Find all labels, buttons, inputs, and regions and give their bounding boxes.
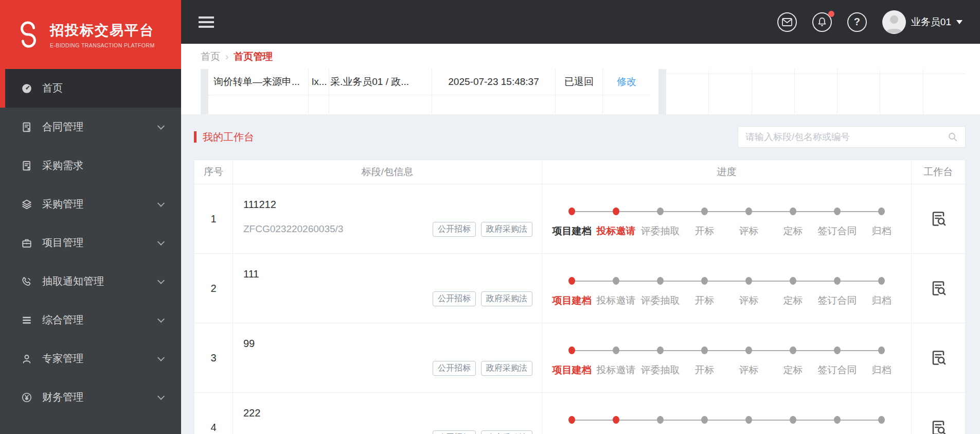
package-tags: 公开招标政府采购法 <box>433 361 532 376</box>
progress-step-label: 评委抽取 <box>638 363 683 377</box>
worktable: 序号 标段/包信息 进度 工作台 1 111212 ZFCG0232202600… <box>194 160 966 434</box>
row-number: 1 <box>194 184 233 253</box>
package-title: 111 <box>243 268 532 280</box>
chevron-down-icon <box>157 199 165 206</box>
package-tag: 公开招标 <box>433 361 476 376</box>
brand-logo[interactable]: 招投标交易平台 E-BIDDING TRANSACTION PLATFORM <box>0 0 181 69</box>
breadcrumb-separator: › <box>225 51 228 62</box>
package-tags: 公开招标政府采购法 <box>433 222 532 237</box>
progress-step-label: 投标邀请 <box>594 363 638 377</box>
progress-step-label: 项目建档 <box>550 224 594 238</box>
progress-step-label: 归档 <box>860 363 904 377</box>
menu-toggle-icon[interactable] <box>199 16 214 28</box>
progress-step-label: 归档 <box>860 224 904 238</box>
sidebar-item-notice[interactable]: 抽取通知管理 <box>0 262 181 301</box>
sidebar-item-demand[interactable]: 采购需求 <box>0 146 181 185</box>
package-code: ZFCG023220260035/3 <box>243 223 343 235</box>
sidebar-item-label: 综合管理 <box>42 313 83 327</box>
progress-dot <box>568 346 575 354</box>
worktable-header: 序号 标段/包信息 进度 工作台 <box>194 160 965 184</box>
table-row: 2 111 公开招标政府采购法 项目建档投标邀请评委抽取开标评标定标签订合同归档 <box>194 254 965 323</box>
pending-edit-link[interactable]: 修改 <box>603 69 650 95</box>
progress-dot <box>745 416 752 424</box>
progress-dot <box>701 207 708 215</box>
sidebar: 招投标交易平台 E-BIDDING TRANSACTION PLATFORM 首… <box>0 0 181 434</box>
column-header-progress: 进度 <box>542 160 912 184</box>
section-title: 我的工作台 <box>203 130 254 144</box>
progress-dot <box>834 277 841 285</box>
sidebar-item-home[interactable]: 首页 <box>0 69 181 108</box>
user-menu[interactable]: 业务员01 <box>882 10 963 34</box>
topbar: ? 业务员01 <box>181 0 980 44</box>
progress-step-label: 定标 <box>771 224 815 238</box>
main-column: ? 业务员01 首页 › <box>181 0 980 434</box>
breadcrumb: 首页 › 首页管理 <box>194 44 980 69</box>
search-icon[interactable] <box>948 132 958 142</box>
progress-dot <box>878 277 885 285</box>
sidebar-item-project[interactable]: 项目管理 <box>0 223 181 262</box>
progress-steps: 项目建档投标邀请评委抽取开标评标定标签订合同归档 <box>550 277 904 307</box>
app-root: 招投标交易平台 E-BIDDING TRANSACTION PLATFORM 首… <box>0 0 980 434</box>
package-tag: 公开招标 <box>433 222 476 237</box>
workbench-doc-search-icon <box>929 349 948 367</box>
workbench-button[interactable] <box>912 393 965 434</box>
finance-icon <box>21 391 33 404</box>
progress-steps: 项目建档投标邀请评委抽取开标评标定标签订合同归档 <box>550 346 904 377</box>
workbench-button[interactable] <box>912 254 965 323</box>
help-icon[interactable]: ? <box>847 12 867 32</box>
progress-step-label: 签订合同 <box>815 224 860 238</box>
progress-step-label: 归档 <box>860 294 904 307</box>
search-input[interactable] <box>745 132 948 143</box>
column-header-info: 标段/包信息 <box>233 160 542 184</box>
column-header-workbench: 工作台 <box>912 160 965 184</box>
row-number: 3 <box>194 323 233 392</box>
sidebar-item-label: 合同管理 <box>42 120 83 134</box>
progress-step-label: 评标 <box>727 224 771 238</box>
progress-dot <box>745 277 752 285</box>
table-row: 1 111212 ZFCG023220260035/3 公开招标政府采购法 项目… <box>194 184 965 254</box>
progress-step-label: 签订合同 <box>815 363 860 377</box>
progress-step-label: 评标 <box>727 294 771 307</box>
caret-down-icon <box>956 20 963 24</box>
progress-step-label: 签订合同 <box>815 294 860 307</box>
sidebar-item-label: 采购需求 <box>42 159 83 172</box>
pending-title: 询价转单—来源申... <box>208 69 309 95</box>
progress-dot <box>657 207 664 215</box>
breadcrumb-home[interactable]: 首页 <box>201 50 220 63</box>
mail-icon[interactable] <box>777 12 797 32</box>
chevron-down-icon <box>157 122 165 129</box>
content-area: 首页 › 首页管理 询价转单—来源申... lx... 采.业务员01 / 政.… <box>181 44 980 434</box>
table-row <box>208 95 650 114</box>
chevron-down-icon <box>157 392 165 400</box>
progress-dot <box>878 207 885 215</box>
progress-step-label: 评委抽取 <box>638 294 683 307</box>
workbench-button[interactable] <box>912 323 965 392</box>
table-row: 询价转单—来源申... lx... 采.业务员01 / 政... 2025-07… <box>208 69 650 95</box>
avatar <box>882 10 906 34</box>
progress-dot <box>657 416 664 424</box>
workbench-button[interactable] <box>912 184 965 253</box>
sidebar-item-expert[interactable]: 专家管理 <box>0 339 181 378</box>
sidebar-item-general[interactable]: 综合管理 <box>0 301 181 339</box>
notification-bell-icon[interactable] <box>812 12 832 32</box>
package-tag: 政府采购法 <box>481 291 532 306</box>
progress-dot <box>790 277 796 285</box>
sidebar-item-finance[interactable]: 财务管理 <box>0 378 181 416</box>
sidebar-item-contract[interactable]: 合同管理 <box>0 108 181 146</box>
demand-icon <box>21 160 33 172</box>
progress-step-label: 项目建档 <box>550 363 594 377</box>
section-marker <box>194 131 197 143</box>
table-row: 3 99 公开招标政府采购法 项目建档投标邀请评委抽取开标评标定标签订合同归档 <box>194 323 965 393</box>
table-row <box>666 74 966 114</box>
pending-status: 已退回 <box>556 69 603 95</box>
search-box <box>738 126 966 148</box>
progress-step-label: 定标 <box>771 363 815 377</box>
pending-code: lx... <box>309 69 329 95</box>
sidebar-item-label: 首页 <box>42 81 63 95</box>
progress-dot <box>657 346 664 354</box>
contract-icon <box>21 121 33 133</box>
progress-step-label: 项目建档 <box>550 294 594 307</box>
sidebar-item-label: 抽取通知管理 <box>42 274 104 288</box>
progress-dot <box>878 416 885 424</box>
sidebar-item-purchase[interactable]: 采购管理 <box>0 185 181 223</box>
